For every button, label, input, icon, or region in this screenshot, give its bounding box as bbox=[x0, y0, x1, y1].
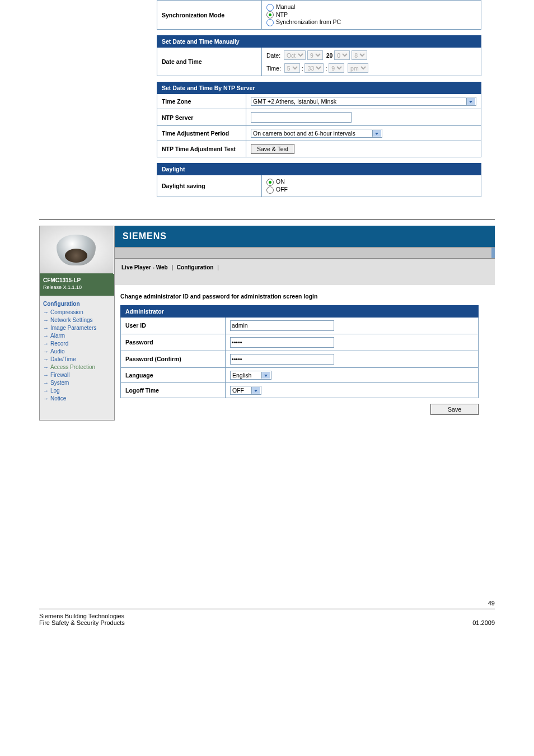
navbar-accent bbox=[491, 248, 495, 258]
date-prefix: Date: bbox=[266, 52, 280, 59]
nav-sep: | bbox=[217, 264, 219, 270]
adj-period-label: Time Adjustment Period bbox=[157, 126, 246, 141]
tz-label: Time Zone bbox=[157, 94, 246, 109]
arrow-right-icon: → bbox=[43, 388, 49, 394]
model-info: CFMC1315-LP Release X.1.1.10 bbox=[40, 274, 114, 296]
sidebar-item-label: Network Settings bbox=[50, 317, 93, 323]
date-month-select: Oct bbox=[284, 50, 306, 60]
nav-live-link[interactable]: Live Player - Web bbox=[121, 264, 168, 270]
footer-line1: Siemens Building Technologies bbox=[39, 613, 125, 619]
radio-daylight-on[interactable] bbox=[266, 179, 274, 186]
manual-table: Set Date and Time Manually Date and Time… bbox=[157, 35, 481, 76]
sidebar-item-label: Audio bbox=[50, 348, 65, 354]
sidebar-item-log[interactable]: →Log bbox=[43, 388, 111, 394]
arrow-right-icon: → bbox=[43, 380, 49, 386]
sidebar-item-alarm[interactable]: →Alarm bbox=[43, 333, 111, 339]
logoff-label: Logoff Time bbox=[121, 382, 226, 398]
language-value: English bbox=[232, 372, 251, 379]
sidebar-item-firewall[interactable]: →Firewall bbox=[43, 372, 111, 378]
sub-bar: Live Player - Web | Configuration | bbox=[115, 259, 495, 285]
radio-ntp-label: NTP bbox=[276, 11, 288, 18]
brand-bar: SIEMENS bbox=[115, 226, 495, 247]
sidebar-item-record[interactable]: →Record bbox=[43, 340, 111, 347]
password-confirm-input[interactable] bbox=[230, 354, 334, 365]
arrow-right-icon: → bbox=[43, 333, 49, 339]
logoff-select[interactable]: OFF bbox=[230, 386, 261, 395]
arrow-right-icon: → bbox=[43, 356, 49, 362]
chevron-down-icon bbox=[466, 98, 475, 105]
radio-manual[interactable] bbox=[266, 4, 274, 11]
screenshot-figure: CFMC1315-LP Release X.1.1.10 Configurati… bbox=[39, 226, 495, 421]
footer-row: Siemens Building Technologies Fire Safet… bbox=[0, 613, 534, 632]
manual-header: Set Date and Time Manually bbox=[157, 36, 481, 48]
arrow-right-icon: → bbox=[43, 325, 49, 331]
arrow-right-icon: → bbox=[43, 340, 49, 347]
adj-period-select[interactable]: On camera boot and at 6-hour intervals bbox=[251, 129, 382, 138]
date-day-select: 9 bbox=[307, 50, 323, 60]
daylight-table: Daylight Daylight saving ON OFF bbox=[157, 163, 481, 197]
arrow-right-icon: → bbox=[43, 395, 49, 402]
menu-heading: Configuration bbox=[43, 301, 111, 307]
ntp-server-input[interactable] bbox=[251, 112, 352, 123]
sidebar-item-label: Image Parameters bbox=[50, 325, 96, 331]
arrow-right-icon: → bbox=[43, 317, 49, 323]
sidebar-item-audio[interactable]: →Audio bbox=[43, 348, 111, 354]
time-min-select: 33 bbox=[305, 63, 324, 73]
nav-bar bbox=[115, 247, 495, 259]
radio-manual-label: Manual bbox=[276, 3, 295, 10]
arrow-right-icon: → bbox=[43, 309, 49, 315]
sidebar-item-image-parameters[interactable]: →Image Parameters bbox=[43, 325, 111, 331]
chevron-down-icon bbox=[261, 372, 270, 379]
arrow-right-icon: → bbox=[43, 364, 49, 370]
admin-title: Change administrator ID and password for… bbox=[120, 293, 489, 300]
sidebar-item-network-settings[interactable]: →Network Settings bbox=[43, 317, 111, 323]
sidebar-item-label: Record bbox=[50, 340, 68, 347]
arrow-right-icon: → bbox=[43, 372, 49, 378]
footer-divider bbox=[39, 609, 495, 609]
date-y3-select: 8 bbox=[352, 50, 367, 60]
password-input[interactable] bbox=[230, 337, 334, 348]
sidebar-item-date-time[interactable]: →Date/Time bbox=[43, 356, 111, 362]
radio-pc-label: Synchronization from PC bbox=[276, 18, 341, 25]
radio-ntp[interactable] bbox=[266, 11, 274, 18]
sidebar-item-notice[interactable]: →Notice bbox=[43, 395, 111, 402]
time-sep2: : bbox=[325, 65, 327, 72]
pw-label: Password bbox=[121, 334, 226, 351]
user-id-input[interactable] bbox=[230, 320, 334, 331]
sidebar-item-label: Log bbox=[50, 388, 60, 394]
chevron-down-icon bbox=[251, 387, 260, 394]
daylight-off-label: OFF bbox=[276, 186, 288, 193]
logoff-value: OFF bbox=[232, 387, 244, 394]
sync-mode-table: Synchronization Mode Manual NTP Synchron… bbox=[157, 0, 481, 30]
ntp-table: Set Date and Time By NTP Server Time Zon… bbox=[157, 82, 481, 157]
nav-config-link[interactable]: Configuration bbox=[177, 264, 214, 270]
release-version: Release X.1.1.10 bbox=[43, 284, 111, 290]
ntp-header: Set Date and Time By NTP Server bbox=[157, 82, 481, 94]
sidebar-item-access-protection[interactable]: →Access Protection bbox=[43, 364, 111, 370]
sync-mode-options: Manual NTP Synchronization from PC bbox=[262, 1, 481, 30]
camera-thumbnail bbox=[40, 226, 113, 274]
time-ampm-select: pm bbox=[348, 63, 368, 73]
save-test-button[interactable]: Save & Test bbox=[251, 144, 294, 154]
tz-select[interactable]: GMT +2 Athens, Istanbul, Minsk bbox=[251, 97, 476, 106]
chevron-down-icon bbox=[372, 130, 381, 137]
sidebar-item-label: Compression bbox=[50, 309, 83, 315]
sidebar-item-label: Alarm bbox=[50, 333, 65, 339]
daylight-on-label: ON bbox=[276, 178, 285, 185]
user-id-label: User ID bbox=[121, 317, 226, 334]
sidebar-item-system[interactable]: →System bbox=[43, 380, 111, 386]
radio-pc[interactable] bbox=[266, 19, 274, 26]
radio-daylight-off[interactable] bbox=[266, 186, 274, 194]
sync-mode-label: Synchronization Mode bbox=[157, 1, 262, 30]
save-button[interactable]: Save bbox=[430, 404, 479, 415]
language-select[interactable]: English bbox=[230, 371, 271, 380]
tz-value: GMT +2 Athens, Istanbul, Minsk bbox=[253, 98, 336, 105]
sidebar-item-label: System bbox=[50, 380, 69, 386]
year-prefix: 20 bbox=[326, 52, 333, 59]
sidebar-item-label: Access Protection bbox=[50, 364, 95, 370]
sidebar-item-compression[interactable]: →Compression bbox=[43, 309, 111, 315]
time-hour-select: 5 bbox=[284, 63, 300, 73]
sidebar-item-label: Notice bbox=[50, 395, 66, 402]
sidebar-item-label: Date/Time bbox=[50, 356, 76, 362]
divider bbox=[39, 220, 495, 220]
